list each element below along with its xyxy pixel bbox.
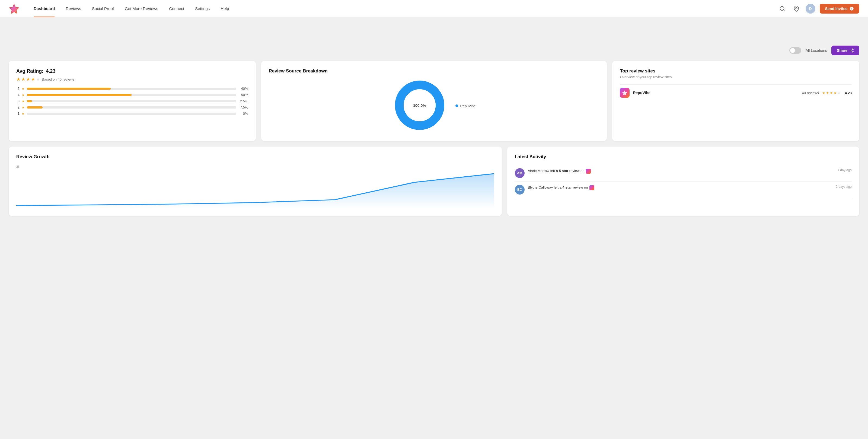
nav-dashboard[interactable]: Dashboard <box>28 0 60 18</box>
main-content: All Locations Share Avg Rating: 4.23 ★ ★… <box>0 18 868 439</box>
bar-track-5 <box>27 88 236 90</box>
rating-label-1: 1 <box>16 112 20 116</box>
growth-chart-svg <box>16 165 494 208</box>
bar-pct-1: 0% <box>239 112 248 116</box>
share-button[interactable]: Share <box>831 46 859 55</box>
search-icon <box>779 6 785 12</box>
rating-label-3: 3 <box>16 99 20 103</box>
toggle-slider <box>789 47 801 54</box>
donut-chart: 100.0% <box>393 78 447 134</box>
nav-social-proof[interactable]: Social Proof <box>87 0 119 18</box>
activity-site-icon-2 <box>589 185 594 190</box>
avg-rating-stars: ★ ★ ★ ★ ★ <box>16 76 40 82</box>
user-avatar[interactable]: D <box>806 4 815 13</box>
latest-activity-card: Latest Activity AM Alaric Morrow left a … <box>507 147 859 216</box>
top-sites-subtitle: Overview of your top review sites. <box>620 75 852 79</box>
navbar-right: D Send Invites <box>777 4 859 13</box>
avg-rating-title: Avg Rating: 4.23 <box>16 68 248 74</box>
nav-get-more-reviews[interactable]: Get More Reviews <box>119 0 163 18</box>
svg-point-6 <box>850 50 851 51</box>
nav-settings[interactable]: Settings <box>190 0 215 18</box>
star-1: ★ <box>16 76 21 82</box>
activity-time-2: 2 days ago <box>836 185 852 188</box>
share-icon <box>849 48 854 53</box>
bar-track-3 <box>27 100 236 102</box>
bar-track-1 <box>27 113 236 115</box>
cards-bottom: Review Growth 28 Latest Activity <box>9 147 859 216</box>
svg-text:100.0%: 100.0% <box>413 104 426 108</box>
bar-pct-3: 2.5% <box>239 99 248 103</box>
bar-fill-4 <box>27 94 131 96</box>
donut-area: 100.0% RepuVibe <box>269 78 599 134</box>
rating-bar-row-5: 5 ★ 40% <box>16 87 248 91</box>
site-reviews: 40 reviews <box>802 91 819 95</box>
share-label: Share <box>837 48 847 53</box>
all-locations-toggle[interactable] <box>789 47 801 54</box>
search-button[interactable] <box>777 4 787 13</box>
site-icon-repuvibe <box>620 88 629 98</box>
nav-reviews[interactable]: Reviews <box>60 0 87 18</box>
legend-repuvibe: RepuVibe <box>456 104 476 108</box>
star-5: ★ <box>36 76 40 82</box>
site-stars: ★ ★ ★ ★ ★ <box>822 91 841 95</box>
bar-fill-5 <box>27 88 111 90</box>
navbar: Dashboard Reviews Social Proof Get More … <box>0 0 868 18</box>
bar-star-4: ★ <box>22 93 25 97</box>
cards-top: Avg Rating: 4.23 ★ ★ ★ ★ ★ Based on 40 r… <box>9 61 859 141</box>
svg-line-3 <box>783 10 784 11</box>
bar-star-2: ★ <box>22 106 25 109</box>
svg-point-7 <box>852 51 854 52</box>
legend-label: RepuVibe <box>460 104 476 108</box>
nav-help[interactable]: Help <box>215 0 235 18</box>
rating-bar-row-2: 2 ★ 7.5% <box>16 105 248 109</box>
rating-bar-row-1: 1 ★ 0% <box>16 112 248 116</box>
bar-star-1: ★ <box>22 112 25 116</box>
avg-rating-stars-row: ★ ★ ★ ★ ★ Based on 40 reviews <box>16 76 248 82</box>
send-invites-button[interactable]: Send Invites <box>820 4 859 13</box>
share-row: All Locations Share <box>9 46 859 55</box>
bar-pct-5: 40% <box>239 87 248 91</box>
activity-avatar-am: AM <box>515 168 525 178</box>
site-name: RepuVibe <box>633 91 799 95</box>
star-4: ★ <box>31 76 35 82</box>
rating-bar-row-3: 3 ★ 2.5% <box>16 99 248 103</box>
location-button[interactable] <box>792 4 801 13</box>
bar-fill-2 <box>27 106 42 109</box>
review-source-card: Review Source Breakdown 100.0% <box>261 61 607 141</box>
growth-title: Review Growth <box>16 154 494 159</box>
svg-marker-14 <box>622 90 627 95</box>
site-rating: 4.23 <box>845 91 852 95</box>
rating-label-4: 4 <box>16 93 20 97</box>
activity-avatar-bc: BC <box>515 185 525 195</box>
svg-point-4 <box>796 7 797 9</box>
bar-pct-4: 50% <box>239 93 248 97</box>
send-invites-label: Send Invites <box>825 6 847 11</box>
activity-text-2: Blythe Calloway left a 4 star review on <box>528 185 833 190</box>
star-2: ★ <box>21 76 26 82</box>
site-row-repuvibe: RepuVibe 40 reviews ★ ★ ★ ★ ★ 4.23 <box>620 84 852 101</box>
activity-title: Latest Activity <box>515 154 852 159</box>
review-growth-card: Review Growth 28 <box>9 147 502 216</box>
svg-point-5 <box>852 49 854 50</box>
activity-site-icon-1 <box>586 169 591 174</box>
location-icon <box>794 6 799 12</box>
svg-line-9 <box>851 49 852 50</box>
nav-links: Dashboard Reviews Social Proof Get More … <box>28 0 777 18</box>
star-3: ★ <box>26 76 30 82</box>
legend-dot <box>456 105 458 107</box>
svg-line-8 <box>851 51 852 52</box>
bar-star-5: ★ <box>22 87 25 91</box>
avg-rating-card: Avg Rating: 4.23 ★ ★ ★ ★ ★ Based on 40 r… <box>9 61 256 141</box>
all-locations-label: All Locations <box>806 48 827 53</box>
activity-item-1: AM Alaric Morrow left a 5 star review on… <box>515 165 852 181</box>
top-sites-card: Top review sites Overview of your top re… <box>612 61 859 141</box>
bar-track-2 <box>27 106 236 109</box>
rating-label-2: 2 <box>16 105 20 109</box>
bar-pct-2: 7.5% <box>239 105 248 109</box>
rating-label-5: 5 <box>16 87 20 91</box>
rating-bar-row-4: 4 ★ 50% <box>16 93 248 97</box>
logo[interactable] <box>9 3 20 14</box>
donut-title: Review Source Breakdown <box>269 68 599 74</box>
activity-item-2: BC Blythe Calloway left a 4 star review … <box>515 181 852 198</box>
nav-connect[interactable]: Connect <box>163 0 190 18</box>
